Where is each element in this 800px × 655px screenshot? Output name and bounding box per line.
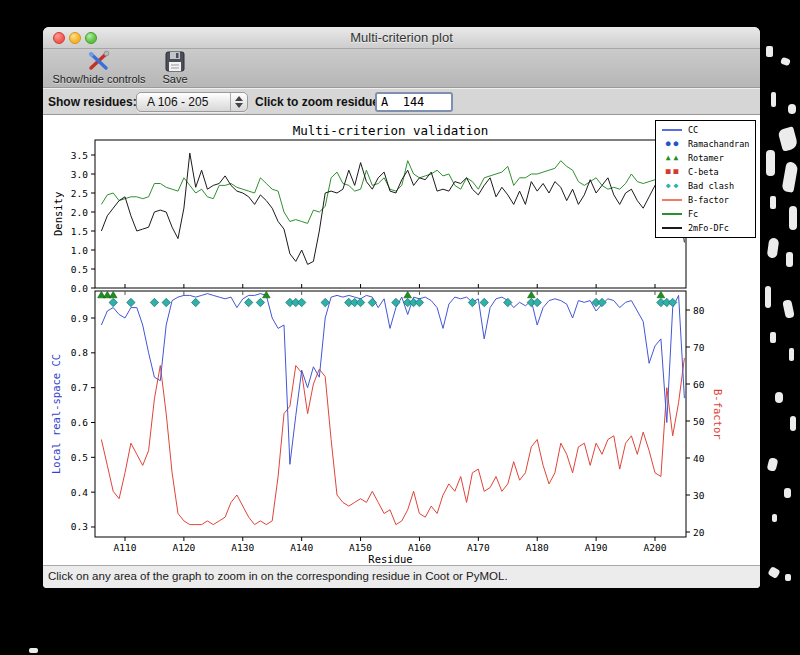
zoom-residue-label: Click to zoom residue: (255, 95, 383, 109)
legend-entry-b-factor: B-factor (659, 193, 752, 207)
bad-clash-marker[interactable] (356, 298, 364, 306)
legend-label: B-factor (688, 195, 729, 205)
bfactor-tick-label: 80 (693, 305, 705, 316)
rotamer-outlier-marker[interactable] (404, 291, 412, 297)
screenshot-artifact (780, 57, 791, 67)
residue-tick-label: A200 (644, 542, 667, 553)
density-tick-label: 0.0 (71, 283, 88, 294)
cc-tick-label: 0.3 (71, 521, 88, 532)
show-hide-controls-label: Show/hide controls (47, 73, 151, 85)
show-residues-label: Show residues: (48, 95, 137, 109)
bad-clash-marker[interactable] (392, 298, 400, 306)
save-icon (163, 50, 187, 73)
bad-clash-marker[interactable] (321, 298, 329, 306)
residue-tick-label: A110 (114, 542, 137, 553)
top-axes-frame (95, 140, 686, 288)
screenshot-artifact (766, 46, 773, 57)
screenshot-artifact (786, 252, 793, 267)
screenshot-artifact (29, 648, 38, 653)
rotamer-outlier-marker[interactable] (528, 291, 536, 297)
save-label: Save (155, 73, 195, 85)
cc-tick-label: 0.9 (71, 313, 88, 324)
screenshot-artifact (772, 514, 777, 522)
screenshot-artifact (784, 488, 791, 498)
density-axis-label: Density (51, 140, 65, 288)
screenshot-artifact (782, 299, 795, 318)
cc-tick-label: 0.7 (71, 382, 88, 393)
control-bar: Show residues: A 106 - 205 Click to zoom… (43, 88, 760, 115)
bad-clash-marker[interactable] (191, 298, 199, 306)
bfactor-axis-label: B-factor (711, 291, 725, 537)
legend-entry-2mfo-dfc: 2mFo-DFc (659, 221, 752, 235)
screenshot-artifact (789, 348, 794, 361)
multi-criterion-plot[interactable]: 0.00.51.01.52.02.53.03.50.30.40.50.60.70… (43, 115, 760, 565)
legend-line-sample (659, 213, 685, 215)
residue-range-value: A 106 - 205 (147, 95, 208, 109)
toolbar: Show/hide controls Save (43, 49, 760, 88)
bad-clash-marker[interactable] (256, 298, 264, 306)
show-hide-controls-button[interactable]: Show/hide controls (47, 50, 151, 86)
screenshot-artifact (771, 92, 776, 107)
legend-label: 2mFo-DFc (688, 223, 729, 233)
legend-label: C-beta (688, 167, 719, 177)
screenshot-artifact (770, 332, 776, 343)
density-tick-label: 1.0 (71, 245, 88, 256)
screenshot-artifact (765, 286, 771, 308)
cc-tick-label: 0.6 (71, 417, 88, 428)
legend-entry-ramachandran: ●●Ramachandran (659, 137, 752, 151)
screenshot-artifact (777, 126, 798, 151)
bad-clash-marker[interactable] (480, 298, 488, 306)
bad-clash-marker[interactable] (244, 298, 252, 306)
cc-tick-label: 0.5 (71, 452, 88, 463)
plot-canvas[interactable]: 0.00.51.01.52.02.53.03.50.30.40.50.60.70… (43, 115, 760, 565)
bad-clash-marker[interactable] (127, 298, 135, 306)
bad-clash-marker[interactable] (368, 298, 376, 306)
bad-clash-marker[interactable] (150, 298, 158, 306)
screenshot-artifact (766, 150, 775, 176)
density-tick-label: 2.5 (71, 188, 88, 199)
window-title: Multi-criterion plot (43, 27, 760, 49)
rotamer-outlier-marker[interactable] (657, 291, 665, 297)
residue-range-select[interactable]: A 106 - 205 (136, 92, 248, 112)
legend-label: Rotamer (688, 153, 724, 163)
bad-clash-marker[interactable] (162, 298, 170, 306)
legend-entry-c-beta: ■■C-beta (659, 165, 752, 179)
bad-clash-marker[interactable] (533, 298, 541, 306)
screenshot-artifact (790, 416, 796, 431)
bad-clash-marker[interactable] (297, 298, 305, 306)
cc-tick-label: 0.4 (71, 487, 88, 498)
save-button[interactable]: Save (155, 50, 195, 86)
legend-line-sample (659, 227, 685, 229)
residue-tick-label: A180 (526, 542, 549, 553)
legend-entry-fc: Fc (659, 207, 752, 221)
bad-clash-marker[interactable] (109, 298, 117, 306)
bad-clash-marker[interactable] (668, 298, 676, 306)
app-window: Multi-criterion plot Show/hide controls (43, 27, 760, 588)
bad-clash-marker[interactable] (415, 298, 423, 306)
status-bar: Click on any area of the graph to zoom i… (43, 565, 760, 588)
density-tick-label: 3.0 (71, 169, 88, 180)
stepper-arrows-icon[interactable] (230, 93, 247, 111)
rotamer-outlier-marker[interactable] (109, 291, 117, 297)
legend-marker-sample: ■■ (659, 168, 685, 176)
zoom-residue-input[interactable]: A 144 (375, 92, 453, 112)
cc-line (101, 294, 684, 465)
bad-clash-marker[interactable] (504, 298, 512, 306)
residue-tick-label: A150 (349, 542, 372, 553)
legend-entry-cc: CC (659, 123, 752, 137)
density-tick-label: 1.5 (71, 226, 88, 237)
legend-entry-bad-clash: ◆◆Bad clash (659, 179, 752, 193)
bad-clash-marker[interactable] (598, 298, 606, 306)
bfactor-tick-label: 70 (693, 342, 705, 353)
screenshot-artifact (785, 574, 791, 581)
residue-tick-label: A140 (290, 542, 313, 553)
bfactor-tick-label: 20 (693, 527, 705, 538)
legend-label: Fc (688, 209, 698, 219)
bfactor-tick-label: 30 (693, 490, 705, 501)
screenshot-artifact (770, 196, 776, 209)
title-bar[interactable]: Multi-criterion plot (43, 27, 760, 49)
plot-legend: CC●●Ramachandran▲▲Rotamer■■C-beta◆◆Bad c… (655, 120, 756, 238)
legend-marker-sample: ◆◆ (659, 182, 685, 190)
screenshot-artifact (781, 161, 798, 193)
density-tick-label: 2.0 (71, 207, 88, 218)
